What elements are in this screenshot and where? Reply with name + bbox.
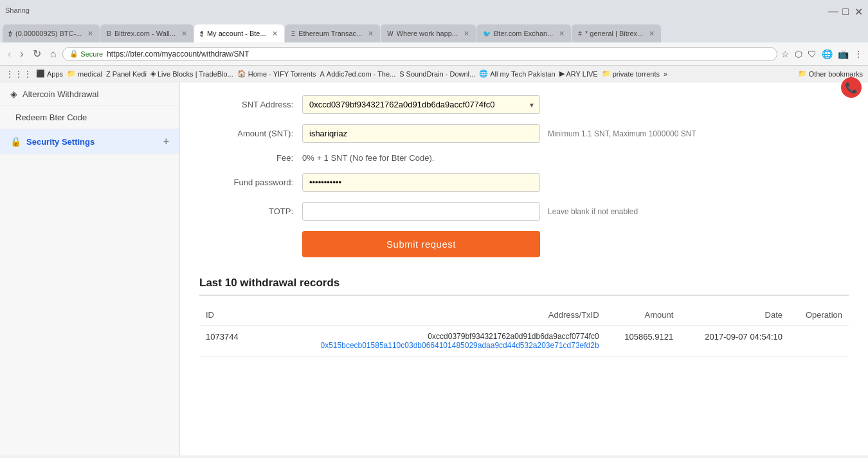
tab-label: My account - Bte... xyxy=(207,30,266,37)
tab-favicon: ₿ xyxy=(9,30,12,37)
fund-password-row: Fund password: xyxy=(199,173,849,192)
snt-address-control: 0xccd0379bf934321762a0d91db6da9accf0774f… xyxy=(302,95,540,114)
tab-close-icon[interactable]: ✕ xyxy=(649,30,655,38)
tab-bittrex[interactable]: B Bittrex.com - Wall... ✕ xyxy=(100,24,194,42)
toolbar-icons: ☆ ⬡ 🛡 🌐 📺 ⋮ xyxy=(781,49,863,59)
apps-icon[interactable]: ⋮⋮⋮ xyxy=(5,69,32,79)
title-bar: Sharing — □ ✕ xyxy=(0,0,868,21)
tab-close-icon[interactable]: ✕ xyxy=(272,30,278,38)
tab-favicon: Ξ xyxy=(291,30,296,37)
tab-myaccount[interactable]: ₿ My account - Bte... ✕ xyxy=(194,24,284,42)
close-button[interactable]: ✕ xyxy=(854,6,863,15)
fee-label: Fee: xyxy=(199,153,302,163)
bookmark-live-blocks[interactable]: ◈ Live Blocks | TradeBlo... xyxy=(150,69,233,78)
fund-password-label: Fund password: xyxy=(199,178,302,187)
sidebar-item-label: Altercoin Withdrawal xyxy=(23,89,99,99)
fund-password-input[interactable] xyxy=(302,173,540,192)
bookmark-more-label: » xyxy=(664,70,667,78)
tab-label: Bter.com Exchan... xyxy=(494,30,553,37)
totp-row: TOTP: Leave blank if not enabled xyxy=(199,202,849,221)
submit-button[interactable]: Submit request xyxy=(302,231,540,257)
bookmark-apps[interactable]: ⬛ Apps xyxy=(36,69,63,78)
section-title: Last 10 withdrawal records xyxy=(199,277,849,296)
browser-chrome: Sharing — □ ✕ ₿ (0.00000925) BTC-... ✕ B… xyxy=(0,0,868,82)
tab-close-icon[interactable]: ✕ xyxy=(87,30,93,38)
bookmark-yify[interactable]: 🏠 Home - YIFY Torrents xyxy=(237,69,316,78)
vpn-icon[interactable]: 🌐 xyxy=(822,49,833,59)
page-layout: ◈ Altercoin Withdrawal Redeem Bter Code … xyxy=(0,82,868,455)
col-date: Date xyxy=(680,305,789,325)
home-button[interactable]: ⌂ xyxy=(48,47,59,61)
tab-label: Bittrex.com - Wall... xyxy=(114,30,176,37)
amount-row: Amount (SNT): Minimum 1.1 SNT, Maximum 1… xyxy=(199,124,849,143)
bookmark-sounddrain[interactable]: S SoundDrain - Downl... xyxy=(399,70,475,78)
submit-wrap: Submit request xyxy=(302,231,540,257)
bookmark-apps-label: Apps xyxy=(47,70,63,78)
tab-close-icon[interactable]: ✕ xyxy=(181,30,187,38)
maximize-button[interactable]: □ xyxy=(841,6,850,15)
address-text: 0xccd0379bf934321762a0d91db6da9accf0774f… xyxy=(260,332,599,341)
snt-address-select[interactable]: 0xccd0379bf934321762a0d91db6da9accf0774f… xyxy=(302,95,540,114)
security-icon: 🔒 xyxy=(10,136,21,147)
bookmark-addic7ed[interactable]: A Addic7ed.com - The... xyxy=(320,70,396,78)
shield-icon[interactable]: 🛡 xyxy=(808,49,817,59)
tab-btc[interactable]: ₿ (0.00000925) BTC-... ✕ xyxy=(3,24,100,42)
amount-label: Amount (SNT): xyxy=(199,129,302,138)
bookmark-panel-kedi[interactable]: Z Panel Kedi xyxy=(106,70,147,78)
bookmark-other[interactable]: 📁 Other bookmarks xyxy=(798,69,863,78)
txid-link[interactable]: 0x515bcecb01585a110c03db0664101485029ada… xyxy=(321,341,599,350)
tab-slack[interactable]: W Where work happ... ✕ xyxy=(381,24,476,42)
url-box[interactable]: 🔒 Secure https://bter.com/myaccount/with… xyxy=(62,47,777,61)
window-controls: — □ ✕ xyxy=(828,6,863,15)
menu-icon[interactable]: ⋮ xyxy=(854,49,863,59)
bookmark-label: SoundDrain - Downl... xyxy=(406,70,476,78)
tab-favicon: # xyxy=(578,30,582,37)
back-button[interactable]: ‹ xyxy=(5,47,14,61)
tab-close-icon[interactable]: ✕ xyxy=(368,30,374,38)
bookmark-medical[interactable]: 📁 medical xyxy=(67,69,102,78)
amount-input[interactable] xyxy=(302,124,540,143)
records-table: ID Address/TxID Amount Date Operation 10… xyxy=(199,305,849,357)
sidebar-item-redeem[interactable]: Redeem Bter Code xyxy=(0,106,179,129)
forward-button[interactable]: › xyxy=(17,47,26,61)
sidebar-item-label: Redeem Bter Code xyxy=(15,113,87,122)
sidebar: ◈ Altercoin Withdrawal Redeem Bter Code … xyxy=(0,82,180,455)
cell-id: 1073744 xyxy=(199,325,254,357)
tab-bter-exchange[interactable]: 🐦 Bter.com Exchan... ✕ xyxy=(476,24,571,42)
sidebar-item-altcoin[interactable]: ◈ Altercoin Withdrawal xyxy=(0,82,179,106)
table-header-row: ID Address/TxID Amount Date Operation xyxy=(199,305,849,325)
main-content: SNT Address: 0xccd0379bf934321762a0d91db… xyxy=(180,82,868,455)
totp-label: TOTP: xyxy=(199,206,302,216)
bookmark-star-icon[interactable]: ☆ xyxy=(781,49,790,59)
col-id: ID xyxy=(199,305,254,325)
phone-icon[interactable]: 📞 xyxy=(841,77,862,98)
tab-label: Ethereum Transac... xyxy=(298,30,362,37)
tab-favicon: B xyxy=(107,30,111,37)
tab-favicon: 🐦 xyxy=(483,30,491,37)
totp-input[interactable] xyxy=(302,202,540,221)
cast-icon[interactable]: 📺 xyxy=(838,49,849,59)
bookmark-more[interactable]: » xyxy=(664,70,667,78)
tab-general[interactable]: # * general | Bitrex... ✕ xyxy=(572,24,661,42)
address-bar: ‹ › ↻ ⌂ 🔒 Secure https://bter.com/myacco… xyxy=(0,42,868,66)
bookmark-allmy[interactable]: 🌐 All my Tech Pakistan xyxy=(479,69,555,78)
table-header: ID Address/TxID Amount Date Operation xyxy=(199,305,849,325)
altcoin-icon: ◈ xyxy=(10,89,17,99)
minimize-button[interactable]: — xyxy=(828,6,837,15)
tab-ethereum[interactable]: Ξ Ethereum Transac... ✕ xyxy=(285,24,381,42)
window-title: Sharing xyxy=(5,6,30,14)
totp-hint: Leave blank if not enabled xyxy=(548,207,638,216)
plus-icon: + xyxy=(163,136,169,147)
bookmark-private[interactable]: 📁 private torrents xyxy=(602,69,660,78)
sidebar-item-security[interactable]: 🔒 Security Settings + xyxy=(0,129,179,154)
snt-address-row: SNT Address: 0xccd0379bf934321762a0d91db… xyxy=(199,95,849,114)
bookmark-label: Live Blocks | TradeBlo... xyxy=(158,70,233,78)
tab-close-icon[interactable]: ✕ xyxy=(464,30,469,38)
bookmark-ary[interactable]: ▶ ARY LIVE xyxy=(559,69,598,78)
reload-button[interactable]: ↻ xyxy=(30,46,44,61)
cell-address: 0xccd0379bf934321762a0d91db6da9accf0774f… xyxy=(254,325,605,357)
bookmark-label: Home - YIFY Torrents xyxy=(248,70,316,78)
snt-address-select-wrap: 0xccd0379bf934321762a0d91db6da9accf0774f… xyxy=(302,95,540,114)
tab-close-icon[interactable]: ✕ xyxy=(559,30,565,38)
extension-icon[interactable]: ⬡ xyxy=(795,49,802,59)
